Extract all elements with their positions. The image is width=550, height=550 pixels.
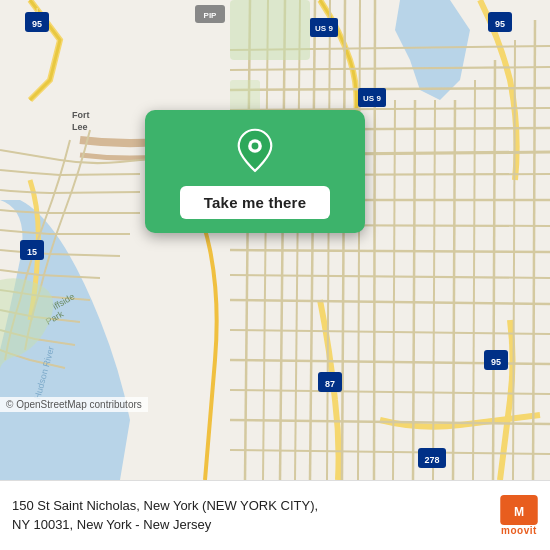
moovit-branding: M moovit (500, 495, 538, 536)
moovit-label-text: moovit (501, 525, 537, 536)
svg-text:15: 15 (27, 247, 37, 257)
location-pin-icon (231, 128, 279, 176)
svg-text:M: M (514, 505, 524, 519)
svg-text:95: 95 (491, 357, 501, 367)
svg-text:US 9: US 9 (363, 94, 381, 103)
svg-text:95: 95 (495, 19, 505, 29)
bottom-info-bar: 150 St Saint Nicholas, New York (NEW YOR… (0, 480, 550, 550)
take-me-there-button[interactable]: Take me there (180, 186, 330, 219)
svg-text:US 9: US 9 (315, 24, 333, 33)
svg-rect-25 (230, 0, 310, 60)
address-container: 150 St Saint Nicholas, New York (NEW YOR… (12, 497, 488, 533)
svg-text:87: 87 (325, 379, 335, 389)
map-attribution: © OpenStreetMap contributors (0, 397, 148, 412)
svg-point-29 (252, 143, 259, 150)
address-line1: 150 St Saint Nicholas, New York (NEW YOR… (12, 498, 318, 513)
svg-text:PIP: PIP (204, 11, 218, 20)
address-line2: NY 10031, New York - New Jersey (12, 517, 211, 532)
navigation-card: Take me there (145, 110, 365, 233)
moovit-logo-icon: M (500, 495, 538, 525)
map-view: 95 I PIP US 9 95 95 US 9 15 87 278 iffsi… (0, 0, 550, 480)
attribution-text: © OpenStreetMap contributors (6, 399, 142, 410)
svg-text:Fort: Fort (72, 110, 90, 120)
svg-text:Lee: Lee (72, 122, 88, 132)
svg-text:278: 278 (424, 455, 439, 465)
svg-text:95: 95 (32, 19, 42, 29)
